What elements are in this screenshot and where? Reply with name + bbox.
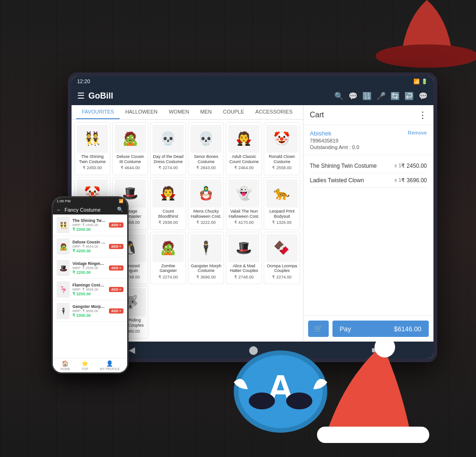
phone-add-button[interactable]: ADD + [109, 308, 123, 314]
product-card[interactable]: 🧛 Adult Classic Count Costume ₹ 2464.00 [226, 122, 262, 175]
phone-item-mrp: MRP: ₹ 2450.00 [72, 223, 106, 227]
product-card[interactable]: 🧛 Count Bloodthirst Vamp Costume ₹ 2938.… [150, 177, 186, 230]
chat-icon[interactable]: 💬 [348, 92, 358, 100]
phone-item-image: 🕴️ [57, 303, 70, 319]
product-card[interactable]: 🪆 Mens Chucky Halloween Cost. ₹ 3222.00 [188, 177, 224, 230]
svg-point-2 [375, 44, 476, 68]
phone-nav-item[interactable]: 👤 MY PROFILE [100, 360, 120, 371]
cart-icon-button[interactable]: 🛒 [308, 321, 329, 337]
product-card[interactable]: 🕴️ Gangster Morph Costume ₹ 3696.00 [188, 232, 224, 285]
phone-list-item[interactable]: 🧟 Deluxe Cousin Itt Costume MRP: ₹ 4644.… [53, 236, 127, 257]
phone-add-button[interactable]: ADD + [109, 222, 123, 228]
back-icon[interactable]: ↩️ [404, 92, 414, 100]
product-name: The Shining Twin Costume [77, 154, 108, 164]
cart-item-name: Ladies Twisted Clown [310, 177, 393, 184]
product-image: 🧛 [152, 179, 184, 207]
phone-item-info: Deluxe Cousin Itt Costume MRP: ₹ 4644.00… [72, 240, 106, 253]
phone-item-name: Flamingo Costume [72, 283, 106, 287]
cart-item-name: The Shining Twin Costume [310, 163, 393, 169]
phone-nav-item[interactable]: ⭐ TOP [81, 360, 88, 371]
phone-item-image: 👯 [57, 217, 70, 233]
app-header: ☰ GoBill 🔍 💬 🔢 🎤 🔄 ↩️ 💬 [72, 86, 433, 105]
product-price: ₹ 1326.00 [266, 220, 297, 225]
product-name: Deluxe Cousin Itt Costume [115, 154, 146, 164]
product-card[interactable]: 💀 Day of the Dead Dress Costume ₹ 2274.0… [150, 122, 186, 175]
product-image: 💀 [190, 125, 222, 153]
header-icons: 🔍 💬 🔢 🎤 🔄 ↩️ 💬 [334, 92, 428, 100]
product-price: ₹ 2274.00 [266, 275, 297, 279]
product-price: ₹ 4170.00 [228, 220, 260, 225]
product-name: Senor Bones Costume [190, 154, 222, 164]
product-image: 🧟 [152, 234, 184, 262]
phone-add-button[interactable]: ADD + [109, 244, 123, 249]
phone-list-item[interactable]: 🦩 Flamingo Costume MRP: ₹ 3696.00 ₹ 3200… [53, 279, 127, 300]
product-card[interactable]: 🤡 Ronald Clown Costume ₹ 2558.00 [264, 122, 300, 175]
product-price: ₹ 2748.00 [228, 275, 260, 279]
product-price: ₹ 4644.00 [115, 165, 146, 170]
product-card[interactable]: 🎩 Alice & Mad Hatter Couples ₹ 2748.00 [226, 232, 262, 285]
phone-add-button[interactable]: ADD + [109, 287, 123, 292]
hat-decoration [373, 0, 476, 70]
product-price: ₹ 2938.00 [152, 220, 184, 225]
phone-item-info: Vintage Ringmaster Costume MRP: ₹ 2558.0… [72, 261, 106, 275]
status-bar: 12:20 📶 🔋 [72, 76, 433, 86]
tab-men[interactable]: MEN [195, 105, 217, 119]
tab-favourites[interactable]: FAVOURITES [76, 105, 120, 119]
product-price: ₹ 3222.00 [190, 220, 222, 225]
product-card[interactable]: 🍫 Oompa Loompa Couples Costume ₹ 2274.00 [264, 232, 300, 285]
phone-search-icon[interactable]: 🔍 [117, 207, 123, 213]
phone-content: 👯 The Shining Twin Costume MRP: ₹ 2450.0… [53, 214, 127, 358]
refresh-icon[interactable]: 🔄 [390, 92, 400, 100]
product-name: Adult Classic Count Costume [228, 154, 260, 164]
product-price: ₹ 2464.00 [228, 165, 260, 170]
product-price: ₹ 2274.00 [152, 165, 184, 170]
message-icon[interactable]: 💬 [418, 92, 428, 100]
product-image: 💀 [152, 125, 184, 153]
product-image: 🧛 [228, 125, 260, 153]
keypad-icon[interactable]: 🔢 [362, 92, 372, 100]
product-image: 🕴️ [190, 234, 222, 262]
tab-women[interactable]: WOMEN [163, 105, 195, 119]
phone-item-price: ₹ 4200.00 [72, 249, 106, 253]
phone-list-item[interactable]: 👯 The Shining Twin Costume MRP: ₹ 2450.0… [53, 214, 127, 236]
product-card[interactable]: 💀 Senor Bones Costume ₹ 2843.00 [188, 122, 224, 175]
phone-time: 1:09 PM [57, 199, 71, 203]
product-card[interactable]: 👻 Valak The Nun Halloween Cost. ₹ 4170.0… [226, 177, 262, 230]
pay-button[interactable]: Pay $6146.00 [332, 321, 429, 337]
product-price: ₹ 2558.00 [266, 165, 297, 170]
customer-phone: 7896435819 [310, 138, 427, 143]
product-price: ₹ 3696.00 [190, 275, 222, 279]
cart-more-icon[interactable]: ⋮ [418, 110, 427, 120]
product-name: Valak The Nun Halloween Cost. [228, 209, 260, 219]
product-card[interactable]: 🧟 Zombie Gangster Costume ₹ 2274.00 [150, 232, 186, 285]
search-icon[interactable]: 🔍 [334, 92, 344, 100]
svg-rect-9 [317, 427, 429, 443]
phone-nav-icon: 👤 [106, 360, 113, 367]
phone-nav-item[interactable]: 🏠 HOME [60, 360, 70, 371]
menu-icon[interactable]: ☰ [77, 91, 85, 101]
mic-icon[interactable]: 🎤 [376, 92, 386, 100]
cart-item: The Shining Twin Costume x 1 ₹ 2450.00 [310, 159, 427, 173]
phone-list-item[interactable]: 🎩 Vintage Ringmaster Costume MRP: ₹ 2558… [53, 257, 127, 279]
phone-item-name: Vintage Ringmaster Costume [72, 261, 106, 266]
product-image: 🧟 [115, 125, 146, 153]
phone-item-image: 🧟 [57, 238, 70, 255]
cart-items: The Shining Twin Costume x 1 ₹ 2450.00 L… [303, 155, 433, 315]
product-card[interactable]: 🧟 Deluxe Cousin Itt Costume ₹ 4644.00 [112, 122, 148, 175]
back-nav-button[interactable]: ◀ [129, 345, 135, 355]
phone-add-button[interactable]: ADD + [109, 265, 123, 271]
tabs: FAVOURITES HALLOWEEN WOMEN MEN COUPLE AC… [72, 105, 303, 120]
tab-couple[interactable]: COUPLE [217, 105, 250, 119]
phone-list-item[interactable]: 🕴️ Gangster Morph Costume MRP: ₹ 3696.00… [53, 300, 127, 322]
phone-item-info: Flamingo Costume MRP: ₹ 3696.00 ₹ 3200.0… [72, 283, 106, 296]
tab-accessories[interactable]: ACCESSORIES [250, 105, 298, 119]
phone-item-mrp: MRP: ₹ 2558.00 [72, 266, 106, 270]
product-card[interactable]: 🐆 Leopard Print Bodysuit Costume ₹ 1326.… [264, 177, 300, 230]
tab-halloween[interactable]: HALLOWEEN [120, 105, 163, 119]
phone-screen: 1:09 PM 📶 ← Fancy Costume 🔍 👯 The Shinin… [53, 198, 127, 372]
product-price: ₹ 2274.00 [152, 275, 184, 279]
product-card[interactable]: 👯 The Shining Twin Costume ₹ 2450.00 [74, 122, 110, 175]
phone-item-image: 🎩 [57, 260, 70, 276]
remove-button[interactable]: Remove [408, 130, 427, 136]
phone-back-icon[interactable]: ← [57, 207, 62, 213]
